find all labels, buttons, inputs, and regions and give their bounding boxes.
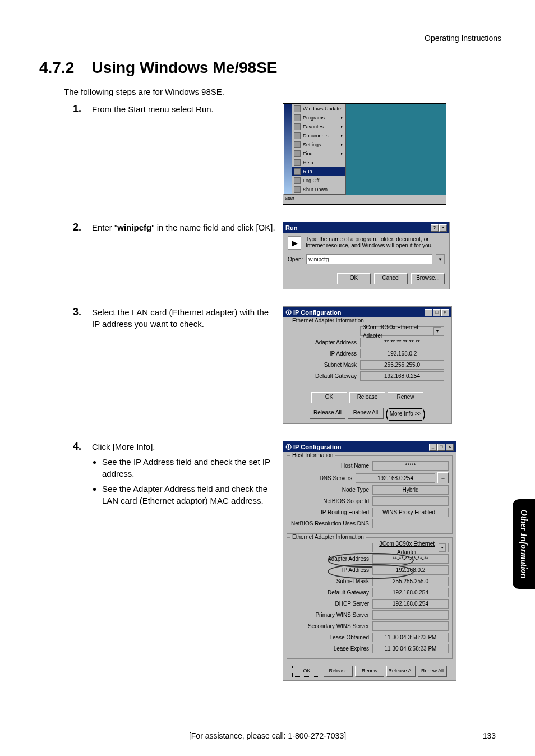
label-node-type: Node Type [290, 487, 372, 493]
close-button[interactable]: × [439, 224, 447, 232]
label-default-gateway: Default Gateway [290, 589, 372, 596]
dialog-message: Type the name of a program, folder, docu… [306, 236, 445, 250]
step-number: 1. [73, 103, 92, 115]
step-text: Click [More Info]. See the IP Address fi… [92, 441, 283, 510]
group-legend-adapter: Ethernet Adapter Information [290, 534, 366, 540]
minimize-button[interactable]: _ [425, 309, 432, 316]
value-netbios-dns [372, 519, 382, 528]
dialog-title: IP Configuration [293, 444, 341, 450]
help-button[interactable]: ? [431, 224, 439, 232]
ok-button[interactable]: OK [337, 273, 371, 284]
dialog-title: IP Configuration [293, 309, 341, 316]
label-subnet-mask: Subnet Mask [290, 362, 360, 368]
more-info-button[interactable]: More Info >> [388, 409, 423, 420]
start-menu-item[interactable]: Documents▸ [292, 131, 345, 140]
start-menu-item[interactable]: Help [292, 158, 345, 167]
menu-label: Shut Down... [303, 187, 332, 192]
renew-all-button[interactable]: Renew All [418, 666, 447, 677]
label-host-name: Host Name [290, 463, 372, 469]
start-menu-item[interactable]: Shut Down... [292, 185, 345, 194]
start-menu-item[interactable]: Find▸ [292, 149, 345, 158]
menu-label: Programs [303, 115, 325, 121]
ok-button[interactable]: OK [311, 392, 347, 403]
start-menu-item-run[interactable]: Run... [292, 167, 345, 176]
close-button[interactable]: × [441, 309, 449, 316]
release-button[interactable]: Release [349, 392, 385, 403]
value-lease-expires: 11 30 04 6:58:23 PM [372, 644, 449, 653]
step-text-b: " in the name field and click [OK]. [151, 223, 275, 232]
value-subnet-mask: 255.255.255.0 [360, 360, 444, 370]
label-ip-address: IP Address [290, 567, 372, 573]
value-subnet-mask: 255.255.255.0 [372, 577, 449, 586]
open-input[interactable] [306, 254, 432, 264]
label-adapter-address: Adapter Address [290, 556, 372, 562]
label-secondary-wins: Secondary WINS Server [290, 623, 372, 629]
value-adapter-address: **-**-**-**-**-** [360, 338, 444, 347]
maximize-button[interactable]: □ [437, 444, 445, 451]
value-wins-proxy [439, 508, 449, 517]
adapter-select[interactable]: 3Com 3C90x Ethernet Adapter▼ [372, 543, 449, 552]
section-title: 4.7.2 Using Windows Me/98SE [39, 59, 501, 77]
step-text: From the Start menu select Run. [92, 103, 283, 115]
taskbar[interactable]: Start [283, 195, 446, 204]
adapter-select-label: 3Com 3C90x Ethernet Adapter [363, 323, 433, 340]
step-text-a: Enter " [92, 223, 117, 232]
renew-all-button[interactable]: Renew All [348, 408, 384, 419]
label-ip-address: IP Address [290, 351, 360, 357]
label-ip-routing: IP Routing Enabled [290, 509, 372, 515]
release-button[interactable]: Release [324, 666, 353, 677]
value-netbios-scope [372, 496, 449, 506]
label-wins-proxy: WINS Proxy Enabled [382, 509, 439, 515]
value-lease-obtained: 11 30 04 3:58:23 PM [372, 633, 449, 642]
step-text-main: Click [More Info]. [92, 442, 155, 451]
browse-button[interactable]: Browse... [411, 273, 445, 284]
step-number: 3. [73, 306, 92, 318]
side-tab-label: Other Information [519, 509, 529, 578]
label-primary-wins: Primary WINS Server [290, 612, 372, 618]
label-adapter-address: Adapter Address [290, 339, 360, 345]
adapter-select[interactable]: 3Com 3C90x Ethernet Adapter▼ [360, 326, 444, 336]
start-menu-item[interactable]: Settings▸ [292, 140, 345, 149]
menu-label: Find [303, 151, 313, 156]
label-netbios-scope: NetBIOS Scope Id [290, 498, 372, 504]
release-all-button[interactable]: Release All [386, 666, 416, 677]
menu-label: Help [303, 160, 313, 165]
start-menu-item[interactable]: Favorites▸ [292, 122, 345, 131]
label-dns-servers: DNS Servers [290, 475, 356, 481]
titlebar: Run ?× [283, 222, 449, 233]
chevron-down-icon: ▼ [439, 543, 446, 552]
start-menu-item[interactable]: Programs▸ [292, 113, 345, 122]
minimize-button[interactable]: _ [429, 444, 437, 451]
cancel-button[interactable]: Cancel [374, 273, 408, 284]
start-menu-item[interactable]: Log Off... [292, 176, 345, 185]
value-ip-address: 192.168.0.2 [372, 565, 449, 575]
value-adapter-address: **-**-**-**-**-** [372, 554, 449, 564]
maximize-button[interactable]: □ [433, 309, 441, 316]
renew-button[interactable]: Renew [388, 392, 423, 403]
running-header: Operating Instructions [39, 34, 501, 43]
step-bullet: See the IP Address field and check the s… [102, 456, 277, 480]
close-button[interactable]: × [446, 444, 454, 451]
start-menu-item[interactable]: Windows Update [292, 104, 345, 113]
step-bullet: See the Adapter Address field and check … [102, 483, 277, 506]
value-primary-wins [372, 610, 449, 620]
section-intro: The following steps are for Windows 98SE… [64, 87, 501, 96]
step-text: Enter "winipcfg" in the name field and c… [92, 222, 283, 233]
app-icon: 🛈 [285, 444, 292, 450]
value-default-gateway: 192.168.0.254 [360, 371, 444, 381]
renew-button[interactable]: Renew [355, 666, 384, 677]
ok-button[interactable]: OK [292, 666, 321, 677]
documents-icon [294, 132, 301, 139]
value-node-type: Hybrid [372, 485, 449, 495]
menu-label: Log Off... [303, 178, 324, 183]
open-label: Open: [288, 256, 303, 262]
release-all-button[interactable]: Release All [310, 408, 345, 419]
header-rule [39, 45, 501, 45]
dns-more-button[interactable]: … [437, 472, 449, 483]
step-text-bold: winipcfg [117, 223, 151, 232]
step-1: 1. From the Start menu select Run. Windo… [73, 103, 501, 205]
value-secondary-wins [372, 621, 449, 631]
titlebar: 🛈 IP Configuration _□× [283, 441, 456, 452]
open-dropdown[interactable]: ▼ [436, 254, 445, 264]
menu-label: Favorites [303, 124, 324, 130]
